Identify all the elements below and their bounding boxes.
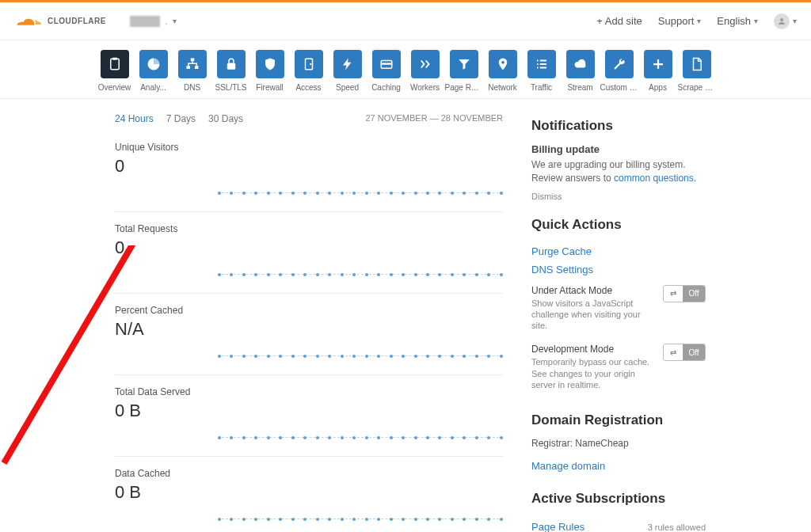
lock-icon: [217, 50, 246, 78]
stat-unique-visitors: Unique Visitors0: [115, 131, 503, 212]
nav-item-speed[interactable]: Speed: [330, 50, 365, 92]
cloud-icon: [566, 50, 595, 78]
wrench-icon: [605, 50, 634, 78]
stat-data-cached: Data Cached0 B: [115, 457, 503, 532]
chevron-down-icon: ▾: [173, 17, 177, 25]
date-range: 27 NOVEMBER — 28 NOVEMBER: [365, 113, 503, 124]
svg-rect-2: [112, 58, 117, 60]
nav-item-stream[interactable]: Stream: [563, 50, 598, 92]
card-icon: [372, 50, 401, 78]
add-site-button[interactable]: + Add site: [596, 15, 642, 27]
clipboard-icon: [101, 50, 129, 78]
svg-point-8: [310, 63, 311, 65]
svg-rect-4: [186, 66, 190, 69]
avatar-icon: [774, 13, 790, 29]
nav-item-access[interactable]: Access: [291, 50, 326, 92]
page-rules-meta: 3 rules allowed: [648, 522, 706, 532]
support-menu[interactable]: Support ▾: [658, 15, 702, 27]
tab-30-days[interactable]: 30 Days: [208, 113, 243, 124]
nav-item-pagerules[interactable]: Page Rules: [447, 50, 482, 92]
bolt-icon: [333, 50, 362, 78]
plus-icon: [644, 50, 672, 78]
funnel-icon: [450, 50, 478, 78]
svg-rect-6: [227, 63, 235, 70]
logo[interactable]: CLOUDFLARE: [14, 14, 106, 28]
nav-item-custompa[interactable]: Custom Pa...: [602, 50, 637, 92]
nav-item-firewall[interactable]: Firewall: [253, 50, 287, 92]
file-icon: [683, 50, 711, 78]
stat-total-requests: Total Requests0: [115, 212, 503, 294]
nav-item-overview[interactable]: Overview: [97, 50, 132, 92]
nav-item-ssltls[interactable]: SSL/TLS: [214, 50, 249, 92]
nav-item-dns[interactable]: DNS: [175, 50, 210, 92]
mode-development-mode: Development ModeTemporarily bypass our c…: [531, 337, 706, 397]
svg-rect-10: [381, 63, 392, 65]
active-subscriptions-heading: Active Subscriptions: [531, 491, 706, 507]
svg-point-11: [501, 61, 504, 64]
dismiss-notification[interactable]: Dismiss: [531, 192, 706, 201]
list-icon: [527, 50, 556, 78]
page-rules-link[interactable]: Page Rules: [531, 521, 584, 532]
stat-percent-cached: Percent CachedN/A: [115, 294, 503, 375]
tab-24-hours[interactable]: 24 Hours: [115, 113, 154, 124]
manage-domain-link[interactable]: Manage domain: [531, 457, 706, 475]
language-menu[interactable]: English ▾: [717, 15, 758, 27]
site-selector[interactable]: . ▾: [130, 15, 177, 27]
svg-point-0: [780, 18, 783, 21]
tab-7-days[interactable]: 7 Days: [166, 113, 196, 124]
nav-item-workers[interactable]: Workers: [408, 50, 443, 92]
purge-cache-link[interactable]: Purge Cache: [531, 242, 706, 260]
tree-icon: [178, 50, 207, 78]
nav-item-analy[interactable]: Analy...: [136, 50, 171, 92]
shield-icon: [256, 50, 284, 78]
account-menu[interactable]: ▾: [774, 13, 797, 29]
nav-item-apps[interactable]: Apps: [641, 50, 676, 92]
door-icon: [295, 50, 323, 78]
notifications-heading: Notifications: [531, 118, 706, 134]
quick-actions-heading: Quick Actions: [531, 217, 706, 233]
svg-rect-1: [110, 59, 119, 70]
pie-icon: [139, 50, 168, 78]
common-questions-link[interactable]: common questions: [614, 173, 694, 184]
nav-item-traffic[interactable]: Traffic: [524, 50, 559, 92]
svg-rect-3: [190, 59, 194, 62]
nav-item-network[interactable]: Network: [485, 50, 520, 92]
main-nav: OverviewAnaly...DNSSSL/TLSFirewallAccess…: [0, 40, 811, 99]
registrar-info: Registrar: NameCheap: [531, 438, 706, 449]
domain-registration-heading: Domain Registration: [531, 412, 706, 428]
notification-title: Billing update: [531, 143, 706, 155]
chev-icon: [411, 50, 440, 78]
stat-total-data-served: Total Data Served0 B: [115, 375, 503, 457]
pin-icon: [489, 50, 517, 78]
nav-item-caching[interactable]: Caching: [369, 50, 404, 92]
toggle-development-mode[interactable]: ⇄Off: [663, 344, 706, 361]
toggle-under-attack-mode[interactable]: ⇄Off: [663, 285, 706, 302]
dns-settings-link[interactable]: DNS Settings: [531, 260, 706, 279]
svg-rect-5: [195, 66, 199, 69]
mode-under-attack-mode: Under Attack ModeShow visitors a JavaScr…: [531, 279, 706, 338]
nav-item-scrapeshi[interactable]: Scrape Shi...: [680, 50, 714, 92]
